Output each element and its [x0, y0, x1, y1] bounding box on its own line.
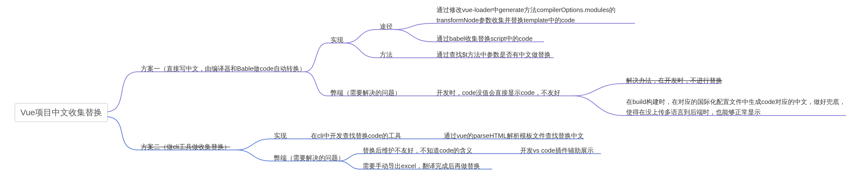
- plan1-cons-a[interactable]: 开发时，code没值会直接显示code，不友好: [434, 88, 562, 98]
- plan2-cons-b[interactable]: 需要手动导出excel，翻译完成后再做替换: [361, 161, 482, 171]
- plan1-impl-way-node[interactable]: 途径: [378, 21, 395, 32]
- plan2-cons-node[interactable]: 弊端（需要解决的问题）: [272, 153, 346, 163]
- plan2-node[interactable]: 方案二（做cli工具做收集替换）: [139, 142, 232, 152]
- plan2-cons-a1[interactable]: 开发vs code插件辅助展示: [518, 145, 596, 156]
- plan1-impl-way-a[interactable]: 通过修改vue-loader中generate方法compilerOptions…: [434, 4, 639, 26]
- plan2-impl-a1[interactable]: 通过vue的parseHTML解析模板文件查找替换中文: [442, 131, 586, 141]
- plan1-impl-method-a[interactable]: 通过查找$t方法中参数是否有中文做替换: [434, 49, 553, 60]
- plan1-impl-node[interactable]: 实现: [329, 35, 345, 45]
- plan2-impl-node[interactable]: 实现: [272, 131, 289, 141]
- plan1-impl-way-b[interactable]: 通过babel收集替换script中的code: [434, 33, 534, 44]
- plan1-cons-fix2[interactable]: 在build构建时，在对应的国际化配置文件中生成code对应的中文，做好兜底，使…: [624, 96, 848, 118]
- root-node[interactable]: Vue项目中文收集替换: [15, 103, 107, 122]
- plan2-cons-a[interactable]: 替换后维护不友好，不知道code的含义: [361, 145, 474, 156]
- plan1-impl-method-node[interactable]: 方法: [378, 49, 395, 60]
- plan1-cons-node[interactable]: 弊端（需要解决的问题）: [329, 88, 403, 98]
- plan1-node[interactable]: 方案一（直接写中文，由编译器和Bable做code自动转换）: [139, 63, 308, 74]
- plan1-cons-fix1[interactable]: 解决办法，在开发时，不进行替换: [624, 75, 724, 86]
- plan2-impl-a[interactable]: 在cli中开发查找替换code的工具: [309, 131, 403, 141]
